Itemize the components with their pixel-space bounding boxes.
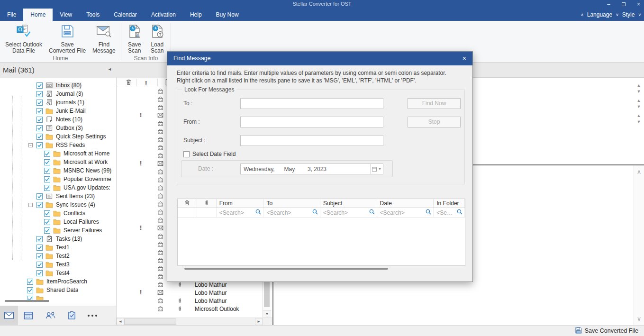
to-input[interactable] xyxy=(240,98,383,109)
column-header-trash[interactable] xyxy=(178,199,197,208)
select-outlook-data-file-button[interactable]: OSelect Outlook Data File xyxy=(2,22,45,55)
tree-item[interactable]: Quick Step Settings xyxy=(0,132,117,141)
tree-item[interactable]: Test4 xyxy=(0,269,117,277)
tree-item[interactable]: Test3 xyxy=(0,260,117,269)
search-filter-cell[interactable]: <Search> xyxy=(434,208,465,217)
message-row[interactable]: Lobo Mathur xyxy=(117,297,263,305)
close-button[interactable]: × xyxy=(637,0,640,9)
nav-mail-button[interactable] xyxy=(0,306,18,325)
nav-more-button[interactable] xyxy=(82,306,103,325)
search-icon[interactable] xyxy=(254,209,263,217)
folder-checkbox[interactable] xyxy=(36,100,43,106)
menu-tab-file[interactable]: File xyxy=(0,9,23,21)
menu-tab-help[interactable]: Help xyxy=(183,9,209,21)
menu-tab-buy-now[interactable]: Buy Now xyxy=(209,9,246,21)
scroll-down-icon[interactable]: ∨ xyxy=(634,315,644,322)
folder-checkbox[interactable] xyxy=(36,82,43,89)
search-icon[interactable] xyxy=(424,209,433,217)
tree-item[interactable]: Test1 xyxy=(0,243,117,252)
tree-item[interactable]: Test2 xyxy=(0,252,117,260)
date-picker[interactable]: Wednesday, May 3, 2023 ▼ xyxy=(240,163,383,174)
folder-checkbox[interactable] xyxy=(27,296,33,300)
message-list-hscrollbar[interactable]: ◄ ► xyxy=(117,318,272,325)
folder-checkbox[interactable] xyxy=(44,151,50,157)
restore-button[interactable] xyxy=(622,2,626,6)
language-chevron-icon[interactable]: ∨ xyxy=(616,12,619,17)
search-icon[interactable] xyxy=(368,209,377,217)
folder-checkbox[interactable] xyxy=(36,142,43,148)
save-converted-file-button[interactable]: Save Converted File xyxy=(45,22,89,55)
tree-item[interactable]: Sent Items (23) xyxy=(0,192,117,200)
tree-item[interactable]: ItemProcSearch xyxy=(0,277,117,286)
folder-checkbox[interactable] xyxy=(44,176,50,182)
folder-checkbox[interactable] xyxy=(44,185,50,191)
style-menu[interactable]: Style xyxy=(622,11,635,18)
column-header-date[interactable]: Date xyxy=(377,199,434,208)
folder-checkbox[interactable] xyxy=(36,125,43,131)
folder-checkbox[interactable] xyxy=(44,227,50,234)
tree-item[interactable]: Microsoft at Work xyxy=(0,158,117,166)
folder-checkbox[interactable] xyxy=(36,245,43,251)
load-scan-button[interactable]: Load Scan xyxy=(146,22,169,55)
header-importance-icon[interactable]: ! xyxy=(145,79,147,87)
message-row[interactable]: !Lobo Mathur xyxy=(117,289,263,297)
style-chevron-icon[interactable]: ∨ xyxy=(638,12,641,17)
spin-up-icon[interactable]: ▲ xyxy=(637,98,641,104)
folder-checkbox[interactable] xyxy=(27,287,33,293)
subject-input[interactable] xyxy=(240,135,383,146)
stop-button[interactable]: Stop xyxy=(408,117,461,127)
spin-down-icon[interactable]: ▼ xyxy=(637,104,641,110)
calendar-dropdown-button[interactable]: ▼ xyxy=(370,164,383,174)
search-filter-cell[interactable] xyxy=(178,208,197,217)
dialog-hscroll-thumb[interactable] xyxy=(184,268,388,270)
menu-tab-calendar[interactable]: Calendar xyxy=(107,9,144,21)
tree-item[interactable]: Outbox (3) xyxy=(0,124,117,132)
folder-checkbox[interactable] xyxy=(44,159,50,165)
select-date-field-checkbox[interactable] xyxy=(183,151,190,157)
tree-item[interactable]: Server Failures xyxy=(0,226,117,235)
folder-checkbox[interactable] xyxy=(44,219,50,225)
scroll-right-button[interactable]: ► xyxy=(255,318,263,325)
search-filter-cell[interactable]: <Search> xyxy=(320,208,377,217)
spin-up-icon[interactable]: ▲ xyxy=(637,113,641,119)
tree-item[interactable]: Junk E-Mail xyxy=(0,107,117,115)
menu-tab-tools[interactable]: Tools xyxy=(79,9,107,21)
from-input[interactable] xyxy=(240,117,383,127)
spin-up-icon[interactable]: ▲ xyxy=(637,82,641,89)
tree-item[interactable]: Inbox (80) xyxy=(0,81,117,90)
folder-checkbox[interactable] xyxy=(36,108,43,114)
folder-checkbox[interactable] xyxy=(36,117,43,123)
search-filter-cell[interactable]: <Search> xyxy=(377,208,434,217)
tree-item[interactable]: journals (1) xyxy=(0,98,117,107)
nav-tasks-button[interactable] xyxy=(62,306,82,325)
tree-item[interactable]: Conflicts xyxy=(0,209,117,218)
dialog-title-bar[interactable]: Find Message × xyxy=(167,52,472,65)
tree-item[interactable]: Local Failures xyxy=(0,218,117,226)
folder-checkbox[interactable] xyxy=(36,134,43,140)
folder-checkbox[interactable] xyxy=(27,279,33,285)
dialog-close-button[interactable]: × xyxy=(463,54,466,62)
search-filter-cell[interactable]: <Search> xyxy=(263,208,320,217)
folder-checkbox[interactable] xyxy=(44,210,50,217)
spin-down-icon[interactable]: ▼ xyxy=(637,119,641,125)
folder-checkbox[interactable] xyxy=(36,193,43,200)
folder-checkbox[interactable] xyxy=(36,262,43,268)
folder-checkbox[interactable] xyxy=(36,253,43,259)
find-message-button[interactable]: Find Message xyxy=(89,22,119,55)
collapse-pane-icon[interactable]: ◄ xyxy=(108,67,112,72)
column-header-to[interactable]: To xyxy=(263,199,320,208)
find-now-button[interactable]: Find Now xyxy=(408,98,461,109)
tree-item[interactable]: −RSS Feeds xyxy=(0,141,117,149)
spin-down-icon[interactable]: ▼ xyxy=(637,89,641,95)
nav-calendar-button[interactable] xyxy=(18,306,39,325)
tree-item[interactable] xyxy=(0,294,117,300)
search-filter-cell[interactable] xyxy=(197,208,217,217)
column-header-paperclip[interactable] xyxy=(197,199,217,208)
sidebar-hscroll-thumb[interactable] xyxy=(5,300,49,302)
folder-checkbox[interactable] xyxy=(36,270,43,276)
hscroll-thumb[interactable] xyxy=(124,318,176,325)
nav-people-button[interactable] xyxy=(39,306,62,325)
tree-item[interactable]: Journal (3) xyxy=(0,90,117,98)
column-header-subject[interactable]: Subject xyxy=(320,199,377,208)
tree-item[interactable]: Popular Governme xyxy=(0,175,117,183)
